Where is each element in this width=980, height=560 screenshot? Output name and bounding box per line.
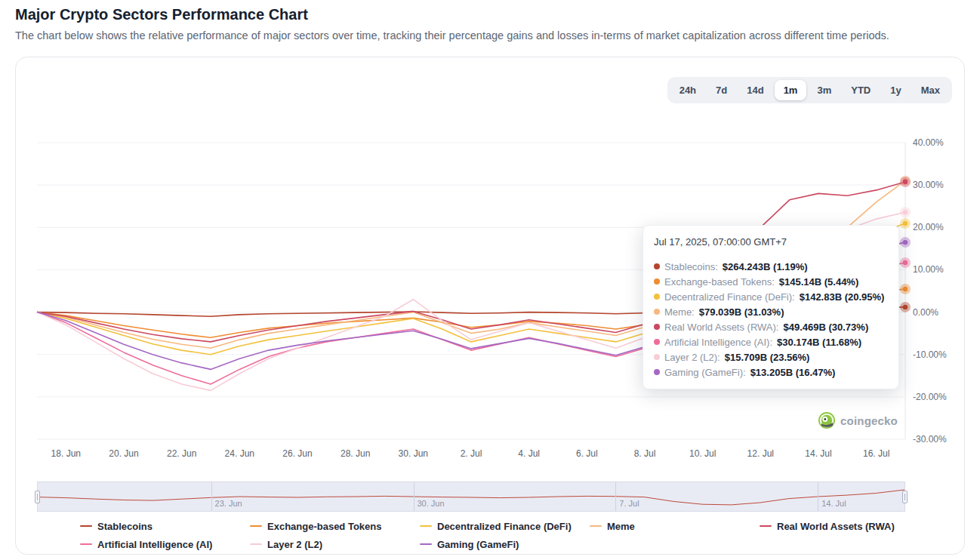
x-axis-label: 18. Jun: [51, 448, 81, 459]
chart-navigator[interactable]: 23. Jun30. Jun7. Jul14. Jul: [37, 482, 905, 512]
tooltip-series-value: $30.174B (11.68%): [777, 337, 861, 348]
x-axis-label: 10. Jul: [689, 448, 716, 459]
tooltip-row: Artificial Intelligence (AI):$30.174B (1…: [654, 334, 888, 349]
range-option-1m[interactable]: 1m: [775, 80, 807, 100]
legend-item-real-world-assets-rwa[interactable]: Real World Assets (RWA): [760, 519, 929, 533]
tooltip-series-value: $142.83B (20.95%): [800, 291, 885, 303]
series-color-dot-icon: [654, 339, 660, 345]
y-axis-labels: 40.00%30.00%20.00%10.00%0.00%-10.00%-20.…: [913, 143, 963, 439]
series-color-dot-icon: [654, 294, 660, 300]
navigator-gridline: [818, 482, 818, 511]
legend-item-exchange-based-tokens[interactable]: Exchange-based Tokens: [250, 519, 420, 533]
chart-legend: StablecoinsExchange-based TokensDecentra…: [80, 519, 941, 551]
legend-line-swatch-icon: [80, 543, 92, 545]
tooltip-series-value: $145.14B (5.44%): [779, 276, 859, 288]
navigator-left-handle[interactable]: [35, 491, 40, 503]
legend-item-artificial-intelligence-ai[interactable]: Artificial Intelligence (AI): [80, 537, 250, 551]
navigator-gridline: [615, 482, 616, 511]
tooltip-row: Layer 2 (L2):$15.709B (23.56%): [654, 349, 888, 365]
tooltip-series-label: Gaming (GameFi):: [664, 367, 746, 378]
x-axis-label: 6. Jul: [576, 448, 598, 459]
x-axis-label: 30. Jun: [399, 448, 428, 459]
tooltip-series-value: $49.469B (30.73%): [783, 322, 868, 333]
y-axis-label: -30.00%: [913, 434, 947, 445]
legend-label: Stablecoins: [97, 521, 153, 532]
x-axis-label: 28. Jun: [341, 448, 370, 459]
legend-label: Artificial Intelligence (AI): [97, 539, 212, 550]
legend-item-meme[interactable]: Meme: [590, 519, 760, 533]
page: Major Crypto Sectors Performance Chart T…: [0, 0, 980, 560]
page-subtitle: The chart below shows the relative perfo…: [15, 29, 965, 42]
legend-item-gaming-gamefi[interactable]: Gaming (GameFi): [420, 537, 590, 551]
legend-label: Meme: [607, 521, 635, 532]
range-selector: 24h7d14d1m3mYTD1yMax: [667, 77, 952, 103]
range-option-7d[interactable]: 7d: [707, 80, 736, 100]
legend-item-stablecoins[interactable]: Stablecoins: [80, 519, 250, 533]
legend-line-swatch-icon: [420, 543, 432, 545]
tooltip-rows: Stablecoins:$264.243B (1.19%)Exchange-ba…: [654, 259, 888, 380]
chart-tooltip: Jul 17, 2025, 07:00:00 GMT+7 Stablecoins…: [643, 225, 899, 389]
tooltip-row: Stablecoins:$264.243B (1.19%): [654, 259, 888, 274]
series-color-dot-icon: [654, 278, 660, 285]
tooltip-series-value: $264.243B (1.19%): [723, 261, 808, 272]
range-option-1y[interactable]: 1y: [881, 80, 910, 100]
navigator-right-handle[interactable]: [902, 491, 908, 503]
tooltip-series-value: $79.039B (31.03%): [699, 306, 784, 318]
y-axis-label: 40.00%: [913, 137, 944, 148]
tooltip-series-value: $13.205B (16.47%): [750, 367, 836, 378]
x-axis-label: 14. Jul: [805, 448, 831, 459]
tooltip-series-label: Artificial Intelligence (AI):: [664, 337, 772, 348]
tooltip-series-label: Real World Assets (RWA):: [664, 322, 778, 333]
page-title: Major Crypto Sectors Performance Chart: [15, 6, 965, 23]
chart-card: 24h7d14d1m3mYTD1yMax 40.00%30.00%20.00%1…: [15, 57, 965, 555]
navigator-date-label: 7. Jul: [619, 499, 639, 508]
tooltip-row: Exchange-based Tokens:$145.14B (5.44%): [654, 274, 888, 289]
series-color-dot-icon: [654, 354, 660, 360]
navigator-date-label: 23. Jun: [215, 499, 242, 508]
navigator-svg: [38, 482, 904, 511]
series-color-dot-icon: [654, 263, 660, 269]
x-axis-label: 2. Jul: [461, 448, 482, 459]
legend-label: Decentralized Finance (DeFi): [437, 521, 572, 532]
range-option-3m[interactable]: 3m: [808, 80, 840, 100]
legend-label: Layer 2 (L2): [267, 539, 322, 550]
range-option-24h[interactable]: 24h: [670, 80, 705, 100]
page-header: Major Crypto Sectors Performance Chart T…: [0, 0, 980, 42]
y-axis-label: 0.00%: [913, 307, 938, 318]
navigator-gridline: [211, 482, 212, 511]
x-axis-label: 8. Jul: [634, 448, 656, 459]
series-color-dot-icon: [654, 369, 660, 375]
navigator-date-label: 30. Jun: [418, 499, 445, 508]
legend-line-swatch-icon: [590, 525, 602, 527]
x-axis-label: 24. Jun: [225, 448, 254, 459]
legend-line-swatch-icon: [80, 525, 92, 527]
coingecko-logo-icon: [818, 412, 835, 429]
y-axis-label: 20.00%: [913, 222, 944, 232]
range-option-ytd[interactable]: YTD: [842, 80, 880, 100]
range-option-max[interactable]: Max: [912, 80, 949, 100]
x-axis-label: 4. Jul: [518, 448, 540, 459]
navigator-gridline: [414, 482, 414, 511]
legend-label: Real World Assets (RWA): [777, 521, 895, 532]
legend-line-swatch-icon: [250, 525, 262, 527]
x-axis-labels: 18. Jun20. Jun22. Jun24. Jun26. Jun28. J…: [37, 448, 905, 460]
tooltip-series-label: Stablecoins:: [664, 261, 718, 272]
legend-label: Exchange-based Tokens: [267, 521, 381, 532]
tooltip-series-value: $15.709B (23.56%): [725, 352, 810, 363]
x-axis-label: 12. Jul: [747, 448, 774, 459]
x-axis-label: 22. Jun: [167, 448, 196, 459]
navigator-date-label: 14. Jul: [821, 499, 846, 508]
tooltip-series-label: Meme:: [664, 306, 695, 318]
x-axis-label: 16. Jul: [863, 448, 889, 459]
x-axis-label: 20. Jun: [109, 448, 138, 459]
legend-line-swatch-icon: [760, 525, 772, 527]
y-axis-label: -10.00%: [913, 349, 947, 360]
range-option-14d[interactable]: 14d: [738, 80, 772, 100]
tooltip-series-label: Decentralized Finance (DeFi):: [664, 291, 795, 303]
legend-line-swatch-icon: [420, 525, 432, 527]
legend-item-layer-2-l2[interactable]: Layer 2 (L2): [250, 537, 420, 551]
legend-line-swatch-icon: [250, 543, 262, 545]
legend-item-decentralized-finance-defi[interactable]: Decentralized Finance (DeFi): [420, 519, 590, 533]
tooltip-row: Meme:$79.039B (31.03%): [654, 304, 888, 319]
tooltip-row: Gaming (GameFi):$13.205B (16.47%): [654, 365, 888, 380]
